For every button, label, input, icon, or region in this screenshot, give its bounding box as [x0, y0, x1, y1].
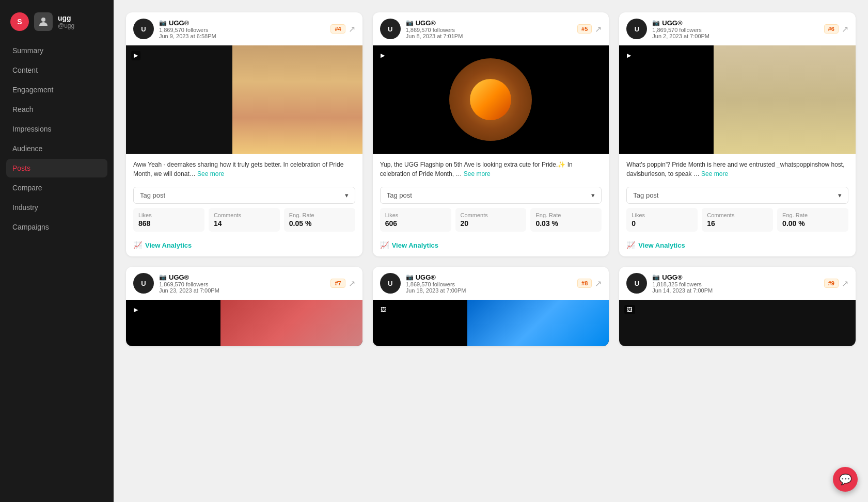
- sidebar-item-compare[interactable]: Compare: [6, 179, 107, 197]
- post-stats-2: Likes 606 Comments 20 Eng. Rate 0.03 %: [380, 208, 602, 232]
- external-link-2[interactable]: ↗: [595, 24, 602, 34]
- post-avatar-4: U: [133, 273, 154, 294]
- brand-avatar: [34, 12, 53, 31]
- svg-point-0: [41, 18, 45, 22]
- external-link-3[interactable]: ↗: [842, 24, 848, 34]
- tag-post-dropdown-3[interactable]: Tag post ▾: [626, 187, 848, 204]
- likes-box-1: Likes 868: [133, 208, 204, 232]
- post-date-6: Jun 14, 2023 at 7:00PM: [652, 287, 818, 294]
- dropdown-arrow-3: ▾: [838, 191, 842, 199]
- post-avatar-6: U: [626, 273, 647, 294]
- external-link-5[interactable]: ↗: [595, 279, 602, 288]
- video-icon-4: ▶: [131, 305, 140, 315]
- sidebar-item-reach[interactable]: Reach: [6, 100, 107, 119]
- post-followers-3: 1,869,570 followers: [652, 27, 818, 33]
- analytics-icon-3: 📈: [626, 241, 635, 249]
- post-stats-1: Likes 868 Comments 14 Eng. Rate 0.05 %: [133, 208, 355, 232]
- ig-icon-4: 📷: [159, 273, 167, 281]
- likes-box-2: Likes 606: [380, 208, 451, 232]
- post-avatar-5: U: [380, 273, 401, 294]
- post-badge-area-3: #6 ↗: [824, 24, 848, 34]
- post-date-1: Jun 9, 2023 at 6:58PM: [159, 33, 325, 39]
- post-stats-3: Likes 0 Comments 16 Eng. Rate 0.00 %: [626, 208, 848, 232]
- post-image-4: ▶: [126, 300, 362, 346]
- post-username-1: 📷 UGG®: [159, 19, 325, 27]
- external-link-4[interactable]: ↗: [349, 279, 355, 288]
- post-card-2: U 📷 UGG® 1,869,570 followers Jun 8, 2023…: [373, 12, 609, 256]
- post-meta-1: 📷 UGG® 1,869,570 followers Jun 9, 2023 a…: [159, 19, 325, 39]
- dropdown-arrow-2: ▾: [591, 191, 595, 199]
- post-followers-4: 1,869,570 followers: [159, 281, 325, 287]
- sidebar-logo: S ugg @ugg: [0, 8, 114, 41]
- post-username-5: 📷 UGG®: [406, 273, 572, 281]
- external-link-6[interactable]: ↗: [842, 279, 848, 288]
- sidebar: S ugg @ugg Summary Content Engagement Re…: [0, 0, 114, 502]
- post-header-4: U 📷 UGG® 1,869,570 followers Jun 23, 202…: [126, 267, 362, 300]
- eng-rate-box-3: Eng. Rate 0.00 %: [777, 208, 848, 232]
- post-image-2: ▶: [373, 45, 609, 154]
- ig-icon-6: 📷: [652, 273, 660, 281]
- video-icon-2: ▶: [378, 51, 387, 60]
- see-more-2[interactable]: See more: [464, 170, 491, 177]
- post-card-6: U 📷 UGG® 1,818,325 followers Jun 14, 202…: [619, 267, 856, 346]
- post-description-1: Aww Yeah - deemakes sharing how it truly…: [126, 154, 362, 183]
- video-icon-3: ▶: [624, 51, 634, 60]
- post-followers-5: 1,869,570 followers: [406, 281, 572, 287]
- sidebar-item-engagement[interactable]: Engagement: [6, 80, 107, 99]
- comments-box-2: Comments 20: [455, 208, 527, 232]
- analytics-icon-2: 📈: [380, 241, 389, 249]
- post-badge-area-1: #4 ↗: [330, 24, 355, 34]
- comments-box-3: Comments 16: [702, 208, 773, 232]
- post-header-3: U 📷 UGG® 1,869,570 followers Jun 2, 2023…: [619, 12, 856, 45]
- post-card-4: U 📷 UGG® 1,869,570 followers Jun 23, 202…: [126, 267, 362, 346]
- post-date-4: Jun 23, 2023 at 7:00PM: [159, 287, 325, 294]
- post-meta-6: 📷 UGG® 1,818,325 followers Jun 14, 2023 …: [652, 273, 818, 294]
- ig-icon-2: 📷: [406, 19, 414, 26]
- post-date-3: Jun 2, 2023 at 7:00PM: [652, 33, 818, 39]
- post-card-1: U 📷 UGG® 1,869,570 followers Jun 9, 2023…: [126, 12, 362, 256]
- app-logo: S: [10, 12, 29, 31]
- post-image-3: ▶: [619, 45, 856, 154]
- post-description-3: What's poppin'? Pride Month is here and …: [619, 154, 856, 183]
- post-header-6: U 📷 UGG® 1,818,325 followers Jun 14, 202…: [619, 267, 856, 300]
- view-analytics-btn-2[interactable]: 📈 View Analytics: [380, 241, 602, 249]
- analytics-icon-1: 📈: [133, 241, 142, 249]
- post-description-2: Yup, the UGG Flagship on 5th Ave is look…: [373, 154, 609, 183]
- post-card-3: U 📷 UGG® 1,869,570 followers Jun 2, 2023…: [619, 12, 856, 256]
- post-meta-2: 📷 UGG® 1,869,570 followers Jun 8, 2023 a…: [406, 19, 572, 39]
- comments-box-1: Comments 14: [209, 208, 280, 232]
- view-analytics-btn-1[interactable]: 📈 View Analytics: [133, 241, 355, 249]
- image-icon-5: 🖼: [378, 305, 389, 314]
- sidebar-item-impressions[interactable]: Impressions: [6, 120, 107, 138]
- sidebar-item-audience[interactable]: Audience: [6, 139, 107, 158]
- posts-grid: U 📷 UGG® 1,869,570 followers Jun 9, 2023…: [114, 0, 868, 502]
- sidebar-item-summary[interactable]: Summary: [6, 41, 107, 60]
- post-badge-6: #9: [824, 279, 839, 288]
- external-link-1[interactable]: ↗: [349, 24, 355, 34]
- post-actions-1: 📈 View Analytics: [126, 236, 362, 256]
- sidebar-item-campaigns[interactable]: Campaigns: [6, 218, 107, 236]
- brand-info: ugg @ugg: [58, 14, 74, 29]
- view-analytics-btn-3[interactable]: 📈 View Analytics: [626, 241, 848, 249]
- post-card-5: U 📷 UGG® 1,869,570 followers Jun 18, 202…: [373, 267, 609, 346]
- post-meta-3: 📷 UGG® 1,869,570 followers Jun 2, 2023 a…: [652, 19, 818, 39]
- ig-icon-1: 📷: [159, 19, 167, 26]
- brand-handle: @ugg: [58, 22, 74, 29]
- sidebar-item-industry[interactable]: Industry: [6, 198, 107, 217]
- post-username-6: 📷 UGG®: [652, 273, 818, 281]
- main-content: U 📷 UGG® 1,869,570 followers Jun 9, 2023…: [114, 0, 868, 502]
- post-header-1: U 📷 UGG® 1,869,570 followers Jun 9, 2023…: [126, 12, 362, 45]
- see-more-3[interactable]: See more: [701, 170, 728, 177]
- sidebar-item-posts[interactable]: Posts: [6, 159, 107, 177]
- sidebar-item-content[interactable]: Content: [6, 61, 107, 79]
- tag-post-dropdown-2[interactable]: Tag post ▾: [380, 187, 602, 204]
- post-date-2: Jun 8, 2023 at 7:01PM: [406, 33, 572, 39]
- tag-post-dropdown-1[interactable]: Tag post ▾: [133, 187, 355, 204]
- post-username-3: 📷 UGG®: [652, 19, 818, 27]
- brand-name: ugg: [58, 14, 74, 22]
- post-badge-area-5: #8 ↗: [577, 279, 602, 288]
- ig-icon-3: 📷: [652, 19, 660, 26]
- chat-bubble[interactable]: 💬: [833, 467, 858, 492]
- post-actions-2: 📈 View Analytics: [373, 236, 609, 256]
- see-more-1[interactable]: See more: [197, 170, 224, 177]
